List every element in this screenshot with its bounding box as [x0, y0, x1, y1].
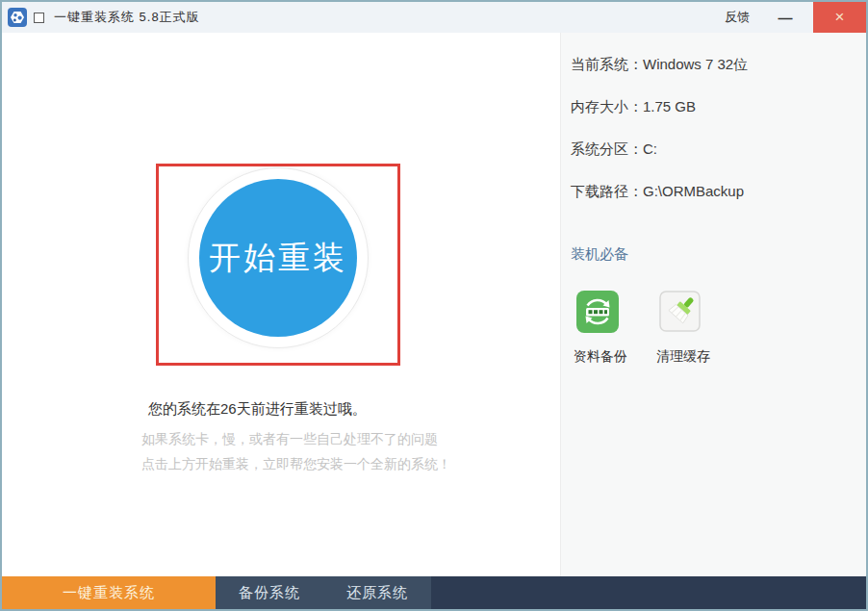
bottom-tab-bar: 一键重装系统 备份系统 还原系统: [2, 576, 866, 609]
info-label: 系统分区：: [571, 140, 643, 157]
app-logo-icon: [8, 8, 27, 27]
system-info-sidebar: 当前系统：Windows 7 32位 内存大小：1.75 GB 系统分区：C: …: [560, 33, 866, 576]
skin-square-icon[interactable]: [34, 13, 44, 23]
start-reinstall-button[interactable]: 开始重装: [199, 179, 357, 337]
info-label: 当前系统：: [571, 56, 643, 72]
info-value: G:\ORMBackup: [643, 183, 744, 199]
clean-brush-icon: [659, 291, 702, 333]
hint-text-line1: 如果系统卡，慢，或者有一些自己处理不了的问题: [141, 431, 438, 448]
tool-label: 清理缓存: [656, 348, 736, 366]
content-area: 开始重装 您的系统在26天前进行重装过哦。 如果系统卡，慢，或者有一些自己处理不…: [2, 33, 866, 576]
tool-label: 资料备份: [574, 348, 653, 366]
info-download-path: 下载路径：G:\ORMBackup: [571, 183, 866, 201]
tool-clear-cache[interactable]: 清理缓存: [653, 291, 736, 366]
tools-row: 资料备份 清理缓存: [571, 291, 866, 366]
tab-backup-system[interactable]: 备份系统: [216, 576, 323, 609]
tool-data-backup[interactable]: 资料备份: [571, 291, 653, 366]
minimize-button[interactable]: —: [771, 2, 800, 33]
hint-text-line2: 点击上方开始重装，立即帮您安装一个全新的系统！: [141, 456, 451, 473]
app-title: 一键重装系统 5.8正式版: [54, 9, 200, 26]
tab-one-click-reinstall[interactable]: 一键重装系统: [2, 576, 216, 609]
info-memory-size: 内存大小：1.75 GB: [571, 98, 866, 116]
info-value: Windows 7 32位: [643, 56, 748, 72]
info-system-partition: 系统分区：C:: [571, 140, 866, 159]
tabbar-filler: [431, 576, 866, 609]
tools-section-header: 装机必备: [571, 245, 866, 264]
info-label: 下载路径：: [571, 183, 643, 199]
start-button-ring: 开始重装: [188, 167, 369, 348]
backup-sync-icon: [576, 291, 619, 333]
info-value: 1.75 GB: [643, 98, 696, 115]
reinstall-status-text: 您的系统在26天前进行重装过哦。: [148, 400, 367, 419]
info-current-system: 当前系统：Windows 7 32位: [571, 56, 866, 74]
feedback-link[interactable]: 反馈: [725, 9, 750, 26]
close-button[interactable]: ×: [813, 2, 866, 33]
info-label: 内存大小：: [571, 98, 643, 115]
title-bar: 一键重装系统 5.8正式版 反馈 — ×: [2, 2, 866, 33]
info-value: C:: [643, 140, 657, 157]
main-area: 开始重装 您的系统在26天前进行重装过哦。 如果系统卡，慢，或者有一些自己处理不…: [2, 33, 560, 576]
tab-restore-system[interactable]: 还原系统: [323, 576, 431, 609]
app-window: 一键重装系统 5.8正式版 反馈 — × 开始重装 您的系统在26天前进行重装过…: [0, 0, 868, 611]
